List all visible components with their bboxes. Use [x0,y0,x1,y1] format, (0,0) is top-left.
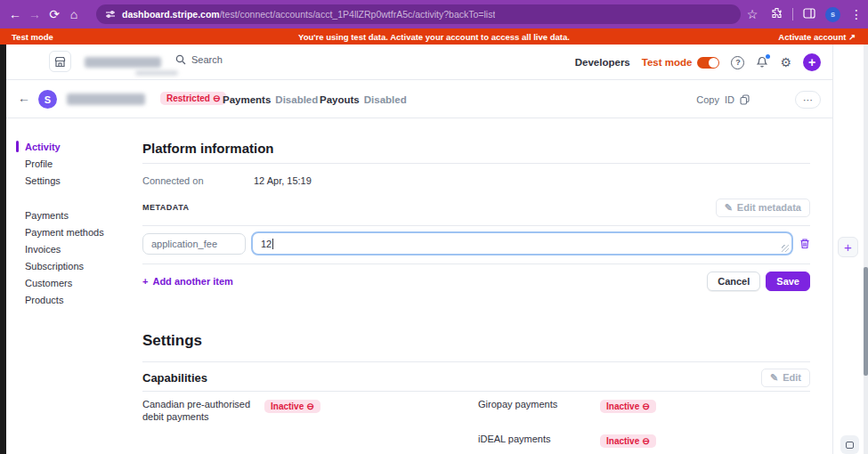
test-mode-toggle-group[interactable]: Test mode [642,57,720,69]
activate-account-label: Activate account [778,32,846,42]
browser-forward-icon[interactable]: → [25,7,45,21]
metadata-section-label: METADATA [142,203,190,212]
capabilities-grid: Canadian pre-authorised debit payments I… [142,399,810,448]
address-bar[interactable]: dashboard.stripe.com/test/connect/accoun… [96,4,741,24]
side-panel-icon[interactable] [801,7,817,21]
sidebar-group-account: Activity Profile Settings [6,138,140,189]
add-another-item-label: Add another item [152,276,232,287]
settings-gear-icon[interactable]: ⚙ [780,55,791,69]
cancel-button[interactable]: Cancel [707,272,760,291]
toggle-knob [709,58,718,68]
edit-capabilities-label: Edit [783,372,801,383]
sidebar-item-payment-methods[interactable]: Payment methods [6,223,140,240]
url-path: /test/connect/accounts/acct_1P4llZRp0wtf… [220,9,496,20]
inactive-label: Inactive [606,436,639,446]
copy-icon [740,94,750,105]
test-mode-banner: Test mode You're using test data. Activa… [0,28,868,45]
browser-actions: ☆ s ⋮ [744,0,864,28]
delete-metadata-row-button[interactable] [799,238,810,249]
section-divider [142,163,810,164]
capabilities-title: Capabilities [142,371,207,385]
notification-dot [766,54,770,59]
capabilities-header-row: Capabilities ✎Edit [142,368,810,387]
browser-menu-kebab-icon[interactable]: ⋮ [848,7,864,21]
platform-information-title: Platform information [142,141,810,156]
url-domain: dashboard.stripe.com [122,9,220,20]
payouts-label: Payouts [320,94,360,105]
save-button[interactable]: Save [766,272,810,291]
developers-link[interactable]: Developers [575,57,630,68]
resize-grip[interactable] [782,245,789,252]
metadata-divider-bottom [142,263,810,264]
connected-on-row: Connected on 12 Apr, 15:19 [142,175,810,186]
metadata-editor-row: 12 [142,231,810,255]
main-content: Platform information Connected on 12 Apr… [142,118,810,448]
chat-icon [846,442,854,449]
payments-status: PaymentsDisabled [223,94,318,105]
sidebar-item-subscriptions[interactable]: Subscriptions [6,257,140,274]
copy-id-button[interactable]: Copy ID [696,94,750,105]
settings-divider [142,361,810,362]
edit-metadata-label: Edit metadata [737,202,801,213]
browser-back-icon[interactable]: ← [5,7,25,21]
site-settings-icon[interactable] [105,9,116,20]
browser-home-icon[interactable]: ⌂ [64,7,84,21]
external-arrow-icon: ↗ [848,32,856,42]
add-another-item-link[interactable]: +Add another item [142,276,233,287]
extensions-puzzle-icon[interactable] [768,7,784,21]
restricted-label: Restricted [166,93,210,103]
sidebar-item-settings[interactable]: Settings [6,172,140,189]
create-new-button[interactable]: + [803,53,821,71]
edit-metadata-button[interactable]: ✎Edit metadata [716,199,810,217]
inactive-label: Inactive [271,401,304,411]
metadata-footer-row: +Add another item Cancel Save [142,272,810,291]
sidebar-item-customers[interactable]: Customers [6,274,140,291]
minus-circle-icon: ⊖ [642,436,649,446]
metadata-value-input[interactable]: 12 [251,231,793,255]
business-switcher-button[interactable] [49,51,71,72]
scrollbar-track[interactable] [864,45,868,454]
connected-on-value: 12 Apr, 15:19 [254,175,312,186]
sidebar-item-profile[interactable]: Profile [6,155,140,172]
minus-circle-icon: ⊖ [213,93,220,103]
minus-circle-icon: ⊖ [306,401,313,411]
bookmark-star-icon[interactable]: ☆ [744,7,760,21]
topbar-actions: Developers Test mode ? ⚙ + [575,45,821,80]
metadata-key-input[interactable] [142,233,246,255]
activate-account-link[interactable]: Activate account ↗ [778,32,856,42]
settings-title: Settings [142,332,810,350]
copy-label: Copy [696,94,719,105]
capability-row: Canadian pre-authorised debit payments I… [142,399,478,424]
sidebar-group-resources: Payments Payment methods Invoices Subscr… [6,207,140,308]
business-name-redacted[interactable] [85,57,161,68]
account-name-redacted [67,93,145,105]
dashboard-topbar: Search Developers Test mode ? ⚙ + [6,45,832,80]
edit-capabilities-button[interactable]: ✎Edit [761,369,810,387]
metadata-value-text: 12 [261,239,272,249]
sidebar-item-products[interactable]: Products [6,291,140,308]
url-text: dashboard.stripe.com/test/connect/accoun… [122,9,495,20]
rail-add-button[interactable]: + [838,237,858,257]
id-label: ID [725,94,734,105]
search-input[interactable]: Search [175,54,223,65]
sidebar-item-invoices[interactable]: Invoices [6,240,140,257]
payouts-value: Disabled [364,94,407,105]
capability-name: Canadian pre-authorised debit payments [142,399,264,424]
inactive-status-badge: Inactive⊖ [600,400,656,413]
connected-on-label: Connected on [142,175,254,186]
help-icon[interactable]: ? [731,56,744,69]
notifications-button[interactable] [756,56,768,69]
capability-name: Giropay payments [478,399,600,411]
sidebar-item-activity[interactable]: Activity [6,138,140,155]
browser-profile-avatar[interactable]: s [825,7,840,22]
test-mode-toggle[interactable] [697,57,719,69]
back-arrow-icon[interactable]: ← [18,91,30,105]
sidebar-item-payments[interactable]: Payments [6,207,140,223]
chat-widget-button[interactable] [840,435,859,454]
text-cursor [272,239,273,249]
account-overflow-button[interactable]: ⋯ [795,91,821,109]
scrollbar-thumb[interactable] [864,267,868,376]
pencil-icon: ✎ [725,202,733,214]
page-body: Activity Profile Settings Payments Payme… [6,118,832,454]
browser-refresh-icon[interactable]: ⟳ [45,7,64,21]
